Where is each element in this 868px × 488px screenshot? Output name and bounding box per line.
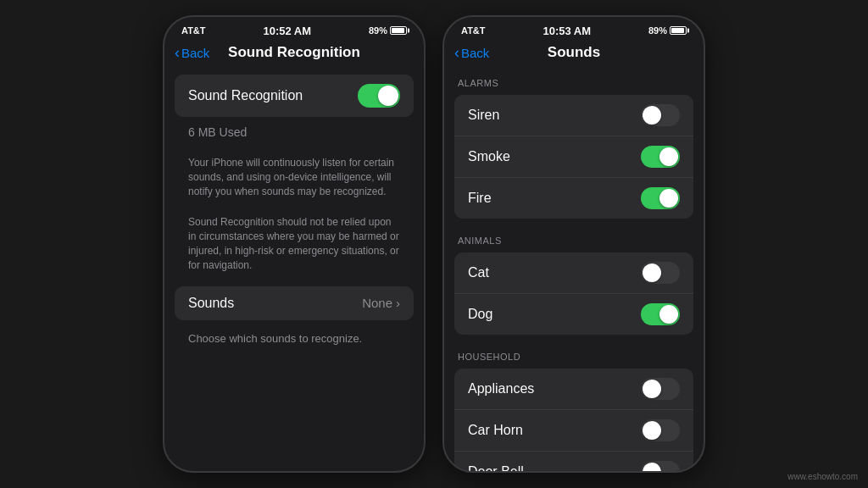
desc-text-2: Sound Recognition should not be relied u… — [175, 208, 414, 279]
sounds-section: Sounds None › — [175, 286, 414, 320]
list-label-2-1: Car Horn — [468, 423, 523, 438]
screenshot-container: AT&T 10:52 AM 89% ‹ Back Sound Recogniti… — [0, 0, 868, 488]
sounds-label: Sounds — [188, 296, 234, 311]
sounds-row[interactable]: Sounds None › — [175, 286, 414, 320]
left-phone-content: Sound Recognition 6 MB Used Your iPhone … — [164, 68, 424, 471]
back-chevron-right: ‹ — [454, 45, 459, 60]
sound-recognition-label: Sound Recognition — [188, 88, 303, 103]
nav-title-right: Sounds — [548, 44, 600, 61]
right-phone: AT&T 10:53 AM 89% ‹ Back Sounds ALARMSSi… — [442, 15, 705, 473]
list-row-2-0: Appliances — [454, 369, 693, 410]
nav-title-left: Sound Recognition — [228, 44, 360, 61]
sounds-value: None — [362, 296, 392, 310]
list-label-0-1: Smoke — [468, 149, 510, 164]
status-bar-left: AT&T 10:52 AM 89% — [164, 17, 424, 41]
list-label-1-1: Dog — [468, 307, 492, 322]
list-label-2-0: Appliances — [468, 381, 534, 396]
battery-left: 89% — [369, 25, 407, 36]
sound-recognition-toggle[interactable] — [358, 84, 400, 108]
list-label-1-0: Cat — [468, 265, 489, 280]
list-row-2-1: Car Horn — [454, 410, 693, 452]
time-right: 10:53 AM — [542, 25, 591, 37]
desc-text-1: Your iPhone will continuously listen for… — [175, 149, 414, 205]
list-row-1-0: Cat — [454, 252, 693, 294]
carrier-left: AT&T — [181, 25, 206, 36]
toggle-1-0[interactable] — [641, 262, 680, 284]
section-header-0: ALARMS — [444, 68, 704, 92]
list-section-2: AppliancesCar HornDoor BellDoor KnockWat… — [454, 369, 693, 471]
watermark: www.eshowto.com — [787, 472, 858, 481]
list-section-0: SirenSmokeFire — [454, 95, 693, 219]
sound-recognition-row: Sound Recognition — [175, 75, 414, 117]
section-header-2: HOUSEHOLD — [444, 341, 704, 365]
sounds-right: None › — [362, 296, 400, 310]
toggle-2-0[interactable] — [641, 378, 680, 400]
storage-text: 6 MB Used — [175, 124, 414, 146]
battery-icon-left — [390, 26, 407, 35]
list-row-0-0: Siren — [454, 95, 693, 136]
toggle-2-1[interactable] — [641, 419, 680, 441]
battery-right: 89% — [648, 25, 687, 36]
list-section-1: CatDog — [454, 252, 693, 335]
time-left: 10:52 AM — [263, 25, 311, 37]
main-toggle-section: Sound Recognition — [175, 75, 414, 117]
back-chevron-left: ‹ — [175, 45, 180, 60]
back-button-right[interactable]: ‹ Back — [454, 45, 489, 60]
right-phone-content: ALARMSSirenSmokeFireANIMALSCatDogHOUSEHO… — [444, 68, 704, 471]
list-row-0-2: Fire — [454, 178, 693, 219]
toggle-0-2[interactable] — [641, 187, 680, 209]
list-row-1-1: Dog — [454, 294, 693, 335]
toggle-2-2[interactable] — [641, 461, 680, 471]
back-label-right: Back — [461, 46, 489, 60]
back-button-left[interactable]: ‹ Back — [175, 45, 209, 60]
list-row-0-1: Smoke — [454, 136, 693, 178]
choose-text: Choose which sounds to recognize. — [175, 327, 414, 350]
list-label-0-0: Siren — [468, 108, 499, 123]
toggle-0-0[interactable] — [641, 104, 680, 126]
sounds-chevron: › — [396, 296, 400, 310]
toggle-1-1[interactable] — [641, 303, 680, 325]
back-label-left: Back — [181, 46, 209, 60]
nav-bar-right: ‹ Back Sounds — [444, 41, 704, 68]
status-bar-right: AT&T 10:53 AM 89% — [444, 17, 704, 41]
toggle-0-1[interactable] — [641, 146, 680, 168]
list-row-2-2: Door Bell — [454, 452, 693, 471]
left-phone: AT&T 10:52 AM 89% ‹ Back Sound Recogniti… — [163, 15, 426, 473]
list-label-0-2: Fire — [468, 191, 492, 206]
section-header-1: ANIMALS — [444, 225, 704, 249]
list-label-2-2: Door Bell — [468, 464, 524, 471]
nav-bar-left: ‹ Back Sound Recognition — [164, 41, 424, 68]
carrier-right: AT&T — [461, 25, 486, 36]
battery-icon-right — [670, 26, 687, 35]
